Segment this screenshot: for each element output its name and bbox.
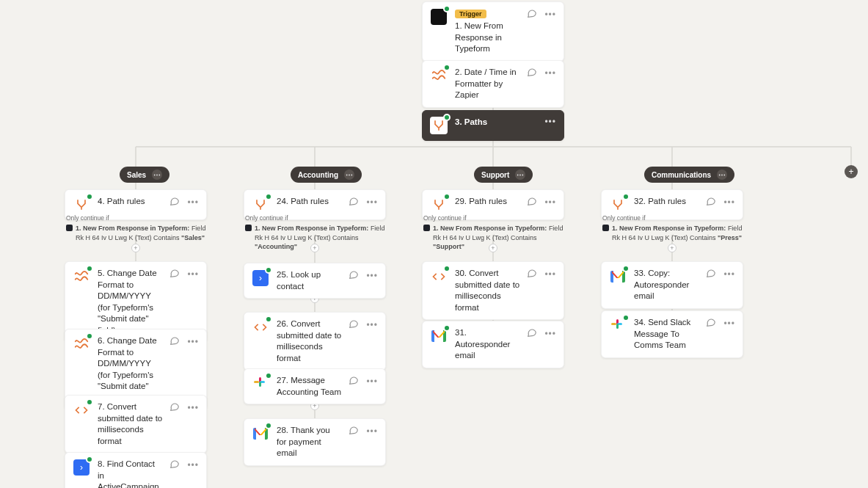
comment-icon[interactable] (706, 317, 716, 329)
path-pill-communications[interactable]: Communications ⋯ (644, 167, 734, 183)
step-title: 29. Path rules (455, 196, 519, 208)
comment-icon[interactable] (169, 196, 180, 208)
step-title: 7. Convert submitted date to millisecond… (98, 401, 162, 447)
step-title: 6. Change Date Format to DD/MM/YYYY (for… (98, 335, 162, 404)
comment-icon[interactable] (349, 269, 359, 282)
path-label: Accounting (298, 171, 338, 179)
step-title: 26. Convert submitted date to millisecon… (277, 318, 341, 364)
comment-icon[interactable] (706, 268, 716, 280)
path-menu-icon[interactable]: ⋯ (344, 170, 354, 180)
slack-icon (611, 319, 624, 332)
status-success-icon (265, 193, 272, 200)
action-step[interactable]: › 8. Find Contact in ActiveCampaign ••• (65, 452, 207, 488)
typeform-mini-icon (66, 225, 73, 231)
status-success-icon (86, 456, 93, 463)
workflow-canvas[interactable]: + + + + + + + + + + + + + + + Trigger 1.… (0, 0, 868, 488)
comment-icon[interactable] (169, 268, 180, 280)
path-pill-sales[interactable]: Sales ⋯ (120, 167, 169, 183)
status-success-icon (265, 266, 272, 274)
comment-icon[interactable] (169, 335, 180, 348)
action-step[interactable]: 33. Copy: Autoresponder email ••• (601, 261, 743, 309)
gmail-icon (253, 428, 268, 440)
action-step[interactable]: 34. Send Slack Message To Comms Team ••• (601, 310, 743, 358)
typeform-mini-icon (423, 225, 430, 231)
step-title: 3. Paths (455, 117, 537, 128)
comment-icon[interactable] (349, 196, 359, 208)
status-success-icon (622, 193, 630, 200)
more-icon[interactable]: ••• (187, 337, 199, 347)
status-success-icon (86, 332, 93, 340)
comment-icon[interactable] (349, 318, 359, 331)
step-title: 24. Path rules (277, 196, 341, 208)
status-success-icon (443, 114, 451, 121)
path-condition: Only continue if 1. New From Response in… (423, 214, 566, 251)
more-icon[interactable]: ••• (544, 269, 556, 280)
status-success-icon (86, 265, 93, 272)
more-icon[interactable]: ••• (723, 318, 735, 329)
typeform-mini-icon (245, 225, 252, 231)
comment-icon[interactable] (169, 401, 180, 414)
step-title: 4. Path rules (98, 196, 162, 208)
comment-icon[interactable] (527, 196, 537, 208)
more-icon[interactable]: ••• (366, 320, 378, 330)
more-icon[interactable]: ••• (544, 68, 556, 79)
status-success-icon (443, 265, 451, 272)
more-icon[interactable]: ••• (366, 271, 378, 281)
path-condition: Only continue if 1. New From Response in… (66, 214, 208, 242)
more-icon[interactable]: ••• (544, 329, 556, 339)
more-icon[interactable]: ••• (366, 426, 378, 437)
comment-icon[interactable] (706, 196, 716, 208)
step-title: 2. Date / Time in Formatter by Zapier (455, 67, 519, 101)
step-title: 34. Send Slack Message To Comms Team (634, 317, 699, 352)
path-pill-support[interactable]: Support ⋯ (474, 167, 533, 183)
comment-icon[interactable] (169, 459, 180, 471)
status-success-icon (86, 193, 93, 200)
trigger-pill: Trigger (455, 10, 486, 18)
comment-icon[interactable] (527, 327, 537, 340)
path-menu-icon[interactable]: ⋯ (717, 170, 727, 180)
action-step[interactable]: 31. Autoresponder email ••• (422, 321, 564, 368)
more-icon[interactable]: ••• (723, 197, 735, 208)
add-step-button[interactable]: + (668, 244, 676, 252)
path-pill-accounting[interactable]: Accounting ⋯ (291, 167, 362, 183)
more-icon[interactable]: ••• (187, 403, 199, 413)
trigger-step[interactable]: Trigger 1. New From Response in Typeform… (422, 1, 564, 62)
gmail-icon (610, 271, 625, 283)
comment-icon[interactable] (527, 67, 537, 79)
more-icon[interactable]: ••• (723, 269, 735, 280)
comment-icon[interactable] (527, 8, 537, 21)
path-menu-icon[interactable]: ⋯ (152, 170, 162, 180)
gmail-icon (431, 330, 446, 342)
path-label: Communications (652, 171, 711, 179)
status-success-icon (443, 64, 451, 71)
step-title: 30. Convert submitted date to millisecon… (455, 268, 519, 313)
comment-icon[interactable] (349, 375, 359, 387)
status-success-icon (443, 5, 451, 12)
paths-step[interactable]: 3. Paths ••• (422, 110, 564, 141)
more-icon[interactable]: ••• (187, 197, 199, 208)
add-path-button[interactable]: + (845, 165, 858, 178)
action-step[interactable]: 28. Thank you for payment email ••• (244, 418, 386, 466)
step-title: 28. Thank you for payment email (277, 425, 341, 459)
step-title: 25. Look up contact (277, 269, 341, 292)
path-menu-icon[interactable]: ⋯ (515, 170, 525, 180)
step-title: 27. Message Accounting Team (277, 375, 341, 398)
action-step[interactable]: 30. Convert submitted date to millisecon… (422, 261, 564, 320)
more-icon[interactable]: ••• (544, 117, 556, 127)
add-step-button[interactable]: + (131, 244, 140, 252)
comment-icon[interactable] (527, 268, 537, 280)
action-step[interactable]: › 25. Look up contact ••• (244, 263, 386, 299)
more-icon[interactable]: ••• (187, 460, 199, 470)
more-icon[interactable]: ••• (366, 376, 378, 387)
status-success-icon (265, 422, 272, 429)
more-icon[interactable]: ••• (366, 197, 378, 208)
more-icon[interactable]: ••• (187, 269, 199, 280)
action-step[interactable]: 2. Date / Time in Formatter by Zapier ••… (422, 60, 564, 108)
action-step[interactable]: 27. Message Accounting Team ••• (244, 368, 386, 404)
action-step[interactable]: 7. Convert submitted date to millisecond… (65, 395, 207, 454)
path-label: Sales (127, 171, 146, 179)
comment-icon[interactable] (349, 425, 359, 437)
more-icon[interactable]: ••• (544, 10, 556, 20)
action-step[interactable]: 26. Convert submitted date to millisecon… (244, 312, 386, 371)
more-icon[interactable]: ••• (544, 197, 556, 208)
